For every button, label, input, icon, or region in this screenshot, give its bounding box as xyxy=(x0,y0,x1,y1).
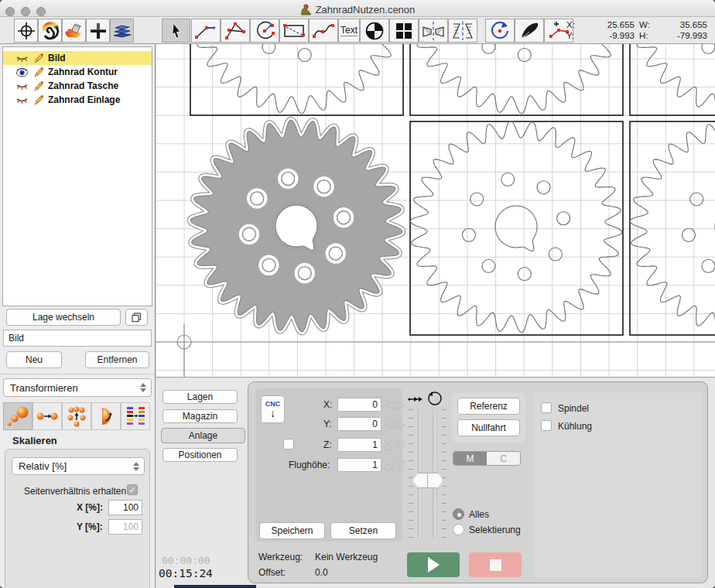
select-tool-button[interactable] xyxy=(162,19,190,43)
entfernen-button[interactable]: Entfernen xyxy=(85,351,149,368)
curve-tool-button[interactable] xyxy=(309,19,338,43)
tab-magazin[interactable]: Magazin xyxy=(162,409,238,423)
kuehlung-label: Kühlung xyxy=(558,421,592,432)
control-area: Lagen Magazin Anlage Positionen 00:00:00… xyxy=(156,377,715,588)
line-tool-button[interactable] xyxy=(191,19,221,43)
x-percent-field[interactable]: 100 xyxy=(108,500,142,515)
werkzeug-label: Werkzeug: xyxy=(258,552,303,562)
layer-row[interactable]: Zahnrad Tasche xyxy=(3,79,152,93)
flight-up-stepper[interactable]: △ xyxy=(384,459,393,470)
slider-ticks-left xyxy=(409,409,413,538)
layer-name-field[interactable]: Bild xyxy=(3,330,152,347)
segment-c[interactable]: C xyxy=(487,452,520,465)
rotation-icon xyxy=(426,390,443,407)
crosshair-tool-button[interactable] xyxy=(14,19,38,43)
scale-mode-button[interactable] xyxy=(3,402,32,430)
aspect-checkbox[interactable]: ✓ xyxy=(127,484,138,495)
x-axis-field[interactable]: 0 xyxy=(337,398,381,412)
kuehlung-checkbox[interactable] xyxy=(541,420,552,431)
neu-button[interactable]: Neu xyxy=(6,351,62,368)
mirror-vertical-button[interactable] xyxy=(448,19,477,43)
selektierung-label: Selektierung xyxy=(469,525,521,535)
y-left-stepper[interactable]: ◁ xyxy=(385,418,394,429)
tab-positionen[interactable]: Positionen xyxy=(162,448,238,462)
rotate-mode-button[interactable] xyxy=(91,402,121,430)
duplicate-layer-button[interactable] xyxy=(125,309,148,326)
tab-lagen[interactable]: Lagen xyxy=(162,390,238,404)
rectangle-tool-button[interactable] xyxy=(279,19,309,43)
mirror-horizontal-button[interactable] xyxy=(419,19,448,43)
drawing-canvas[interactable] xyxy=(156,44,715,377)
setzen-button[interactable]: Setzen xyxy=(330,522,396,539)
z-up-stepper[interactable]: △ xyxy=(384,439,393,450)
grid-squares-button[interactable] xyxy=(389,19,419,43)
y-axis-field[interactable]: 0 xyxy=(337,417,381,431)
cnc-output-button[interactable]: CNC ↓ xyxy=(261,395,285,423)
eye-closed-icon xyxy=(15,53,29,63)
move-mode-button[interactable] xyxy=(32,402,62,430)
color-tool-button[interactable] xyxy=(38,19,62,43)
start-button[interactable] xyxy=(407,552,460,577)
speed-slider-handle[interactable] xyxy=(412,473,429,488)
layer-row[interactable]: Bild xyxy=(3,51,152,65)
offset-label: Offset: xyxy=(258,567,286,578)
transform-mode-select[interactable]: Transformieren xyxy=(3,378,152,397)
web-tool-button[interactable] xyxy=(360,19,389,43)
window-title: ZahnradNutzen.cenon xyxy=(316,4,416,15)
join-mode-button[interactable] xyxy=(62,402,91,430)
chevron-updown-icon xyxy=(140,383,146,392)
cnc-groupbox: CNC ↓ X: 0 ◁ ▷ Y: 0 ◁ ▷ Z: 1 △ ▽ Flughöh… xyxy=(248,381,708,583)
stop-button[interactable] xyxy=(469,552,522,577)
alles-radio[interactable] xyxy=(453,508,464,520)
polyline-tool-button[interactable] xyxy=(221,19,250,43)
coord-x: 25.655 xyxy=(579,20,635,29)
layer-list[interactable]: BildZahnrad KonturZahnrad TascheZahnrad … xyxy=(2,46,152,306)
text-tool-button[interactable]: Text xyxy=(338,19,360,43)
lage-wechseln-button[interactable]: Lage wechseln xyxy=(6,309,121,326)
arc-tool-button[interactable] xyxy=(250,19,279,43)
skalieren-heading: Skalieren xyxy=(12,435,57,446)
duplicate-icon xyxy=(132,313,142,323)
skalieren-groupbox: Relativ [%] Seitenverhältnis erhalten ✓ … xyxy=(5,449,150,588)
eye-open-icon xyxy=(15,67,29,77)
flight-height-field[interactable]: 1 xyxy=(337,458,381,472)
x-left-stepper[interactable]: ◁ xyxy=(385,398,394,410)
pencil-icon xyxy=(32,94,44,105)
z-down-stepper[interactable]: ▽ xyxy=(396,439,405,450)
offset-value: 0.0 xyxy=(315,567,328,578)
down-arrow-icon: ↓ xyxy=(270,408,275,419)
spindel-checkbox[interactable] xyxy=(541,402,552,413)
unit-mode-select[interactable]: Relativ [%] xyxy=(12,457,145,475)
z-checkbox[interactable] xyxy=(283,439,294,450)
speichern-button[interactable]: Speichern xyxy=(259,522,325,539)
aspect-label: Seitenverhältnis erhalten xyxy=(24,486,126,497)
divider xyxy=(0,374,155,374)
x-right-stepper[interactable]: ▷ xyxy=(396,398,405,410)
cross-tool-button[interactable] xyxy=(86,19,110,43)
mix-mode-button[interactable] xyxy=(121,402,150,430)
cnc-inner-panel: CNC ↓ X: 0 ◁ ▷ Y: 0 ◁ ▷ Z: 1 △ ▽ Flughöh… xyxy=(255,388,402,542)
segment-m[interactable]: M xyxy=(453,452,487,465)
z-axis-field[interactable]: 1 xyxy=(337,438,381,452)
toolbar: Text X:25.655W:35.655 Y:-9.993H:-79.993 xyxy=(0,17,715,44)
selektierung-radio[interactable] xyxy=(453,524,464,535)
y-axis-label: Y: xyxy=(323,419,332,429)
rotate-tool-button[interactable] xyxy=(485,19,515,43)
nullfahrt-button[interactable]: Nullfahrt xyxy=(457,419,520,436)
fill-tool-button[interactable] xyxy=(62,19,86,43)
app-window: ZahnradNutzen.cenon xyxy=(0,0,715,588)
knife-tool-button[interactable] xyxy=(515,19,544,43)
layer-row[interactable]: Zahnrad Einlage xyxy=(3,93,152,107)
flight-down-stepper[interactable]: ▽ xyxy=(396,459,405,470)
werkzeug-value: Kein Werkzeug xyxy=(315,552,378,562)
layers-tool-button[interactable] xyxy=(110,19,134,43)
layer-name: Zahnrad Kontur xyxy=(48,67,118,77)
y-right-stepper[interactable]: ▷ xyxy=(396,418,405,429)
rotation-slider-handle[interactable] xyxy=(427,473,443,488)
layer-row[interactable]: Zahnrad Kontur xyxy=(3,65,152,79)
timer-total: 00:15:24 xyxy=(159,567,213,579)
tab-anlage[interactable]: Anlage xyxy=(161,428,245,443)
coord-y: -9.993 xyxy=(579,31,635,40)
referenz-button[interactable]: Referenz xyxy=(457,398,520,415)
y-percent-field[interactable]: 100 xyxy=(108,519,142,535)
